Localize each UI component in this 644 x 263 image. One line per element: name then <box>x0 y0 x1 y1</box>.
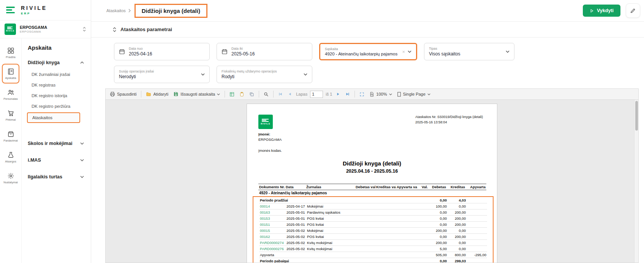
rail-item-pirkimai[interactable]: Pirkimai <box>2 106 19 125</box>
brand-name: RIVILE <box>21 5 47 11</box>
report-row: 000142025-04-17Mokėjimai100,000,00 <box>259 203 487 209</box>
document-date: 2025-05-01 <box>286 221 306 227</box>
chevron-down-icon[interactable] <box>304 73 307 76</box>
toolbar-separator <box>259 91 259 98</box>
col-header: Apyvarta <box>466 184 486 190</box>
field-label: Tipas <box>429 47 506 50</box>
report-rows-body: Periodo pradžiai 0,00 4,03 000142025-04-… <box>259 197 487 263</box>
report-canvas: RIVILE Įmonė: ERPOSGAMA Įmonės kodas. At… <box>105 100 639 263</box>
nav-group-didzioji-knyga[interactable]: Didžioji knyga <box>22 57 91 68</box>
next-page-button[interactable] <box>335 91 342 97</box>
nav-group-label: Skolos ir mokėjimai <box>28 141 72 146</box>
document-date: 2025-05-02 <box>286 239 306 246</box>
open-button[interactable]: Atidaryti <box>145 91 169 98</box>
date-to-field[interactable]: Data iki 2025-05-16 <box>217 43 312 60</box>
document-number-link[interactable]: 00162 <box>259 233 286 239</box>
chevron-down-icon <box>80 176 84 178</box>
chevron-down-icon[interactable] <box>201 73 205 76</box>
report-cell <box>467 239 487 246</box>
document-number-link[interactable]: PARD0000274 <box>259 239 286 246</box>
date-from-field[interactable]: Data nuo 2025-04-16 <box>114 43 210 60</box>
nav-item-ataskaitos[interactable]: Ataskaitos <box>27 112 80 123</box>
rail-item-personalas[interactable]: Personalas <box>2 85 19 104</box>
nav-item-dk-registras[interactable]: DK registras <box>22 80 91 90</box>
document-number-link[interactable]: 00151 <box>259 221 286 227</box>
field-label: Fiskalinių metų uždarymo operacijos <box>222 69 304 73</box>
last-page-button[interactable] <box>344 91 351 97</box>
nav-item-dk-zurnaliniai-irasai[interactable]: DK žurnaliniai įrašai <box>22 69 91 80</box>
type-value: Visos sąskaitos <box>429 51 506 57</box>
document-date: 2025-05-01 <box>286 215 306 221</box>
header-actions: Vykdyti <box>583 3 640 18</box>
nav-group-ilgalaikis-turtas[interactable]: Ilgalaikis turtas <box>22 169 91 185</box>
report-cell <box>376 227 397 233</box>
report-cell <box>418 209 429 215</box>
credit-value: 0,00 <box>448 227 467 233</box>
chevron-down-icon[interactable] <box>408 50 411 53</box>
nav-group-imas[interactable]: i.MAS <box>22 152 91 169</box>
rail-label: Personalas <box>3 97 18 101</box>
type-select-field[interactable]: Tipas Visos sąskaitos <box>424 43 514 60</box>
document-number-link[interactable]: 00163 <box>259 209 286 215</box>
zoom-control[interactable]: 100% <box>368 91 393 98</box>
fiscal-year-select-field[interactable]: Fiskalinių metų uždarymo operacijos Rody… <box>217 66 312 83</box>
related-entries-select-field[interactable]: Susiję operacijos įrašai Nerodyti <box>114 66 210 83</box>
breadcrumb-item[interactable]: Ataskaitos <box>106 8 126 13</box>
report-company-name: ERPOSGAMA <box>258 137 282 142</box>
chevron-down-icon[interactable] <box>506 50 510 53</box>
document-number-link[interactable]: PARD0000276 <box>259 246 286 252</box>
report-cell <box>418 221 429 227</box>
edit-button[interactable] <box>626 3 640 18</box>
debit-value: 5,00 <box>429 246 448 252</box>
report-cell <box>467 233 487 239</box>
vertical-scrollbar[interactable] <box>634 100 638 263</box>
page-number-input[interactable] <box>310 91 323 98</box>
save-report-button[interactable]: Išsaugoti ataskaita <box>172 91 221 98</box>
report-cell <box>356 203 376 209</box>
search-button[interactable] <box>263 91 270 98</box>
breadcrumb[interactable]: Ataskaitos <box>106 8 131 13</box>
report-cell <box>467 246 487 252</box>
company-selector[interactable]: RIVILE ERPOSGAMA ERPOSGAMA <box>0 20 91 38</box>
previous-page-button[interactable] <box>286 91 293 97</box>
rivile-hamburger-logo-icon[interactable] <box>6 6 16 14</box>
clear-icon[interactable]: × <box>402 49 405 54</box>
rail-item-pardavimai[interactable]: Pardavimai <box>2 126 19 146</box>
run-button[interactable]: Vykdyti <box>583 5 620 17</box>
magnifier-icon <box>264 92 269 97</box>
copy-button[interactable] <box>248 91 255 98</box>
zoom-value: 100% <box>376 92 387 96</box>
document-number-link[interactable]: 00015 <box>259 227 286 233</box>
report-cell <box>397 203 418 209</box>
nav-group-items: DK žurnaliniai įrašai DK registras DK re… <box>22 68 91 127</box>
scrollbar-thumb[interactable] <box>635 101 638 131</box>
collapse-section-icon[interactable] <box>112 27 117 32</box>
first-page-button[interactable] <box>277 91 284 97</box>
debit-value: 200,00 <box>429 239 448 246</box>
document-number-link[interactable]: 00153 <box>259 215 286 221</box>
rail-item-pradzia[interactable]: Pradžia <box>2 43 19 63</box>
report-cell <box>418 233 429 239</box>
nav-item-dk-registro-istorija[interactable]: DK registro istorija <box>22 90 91 101</box>
account-select-field[interactable]: Sąskaita 4920 - Ateinančių laikotarpių p… <box>319 43 417 60</box>
rail-item-nustatymai[interactable]: Nustatymai <box>2 168 19 188</box>
report-parameters-header[interactable]: Ataskaitos parametrai <box>91 22 644 38</box>
export-table-button[interactable] <box>228 91 236 98</box>
turnover-debit: 505,00 <box>429 252 448 258</box>
document-number-link[interactable]: 00014 <box>259 203 286 209</box>
rail-label: Pardavimai <box>3 139 18 142</box>
clipboard-button[interactable] <box>238 91 245 98</box>
nav-group-skolos-ir-mokejimai[interactable]: Skolos ir mokėjimai <box>22 135 91 152</box>
page-total: iš 1 <box>326 92 332 96</box>
rail-item-apskaita[interactable]: Apskaita <box>2 64 19 83</box>
rail-item-atsargos[interactable]: Atsargos <box>2 147 19 167</box>
view-mode-value: Single Page <box>403 92 426 96</box>
report-row: PARD00002762025-05-02Kvitų mokėjimai5,00… <box>259 246 487 252</box>
company-switch-icon[interactable] <box>82 27 86 32</box>
calendar-icon <box>119 49 125 55</box>
fullscreen-button[interactable] <box>358 91 366 98</box>
nav-item-dk-registro-perziura[interactable]: DK registro peržiūra <box>22 101 91 112</box>
print-button[interactable]: Spausdinti <box>109 91 138 98</box>
company-names: ERPOSGAMA ERPOSGAMA <box>20 25 47 33</box>
view-mode-control[interactable]: Single Page <box>396 91 432 98</box>
